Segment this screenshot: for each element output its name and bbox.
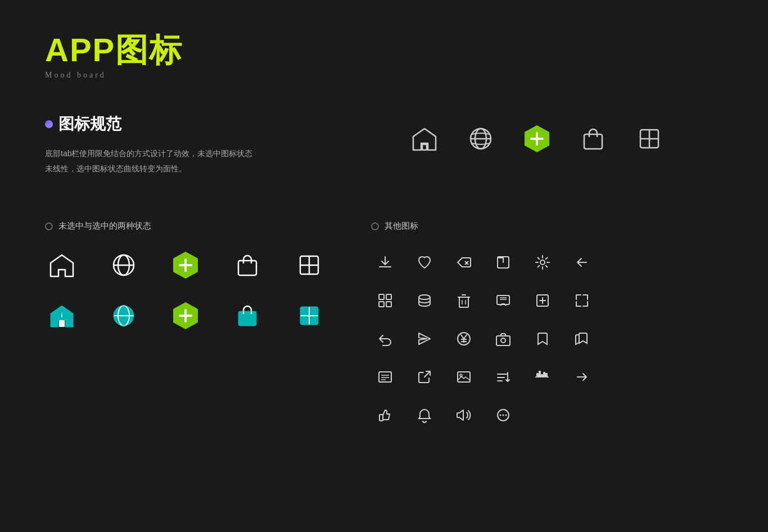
- selected-row: i: [45, 299, 371, 333]
- page-title: APP图标: [45, 34, 723, 66]
- chat-icon: [489, 287, 517, 315]
- svg-rect-46: [497, 295, 509, 304]
- svg-rect-58: [379, 372, 391, 382]
- sort-icon: [489, 363, 517, 391]
- add-hex-icon: [517, 119, 557, 158]
- svg-rect-39: [379, 302, 384, 307]
- globe-outline-icon: [461, 119, 500, 158]
- header-section: APP图标 Mood board: [45, 34, 723, 80]
- svg-text:i: i: [61, 312, 63, 319]
- grid-unselected: [292, 248, 326, 282]
- list-icon: [371, 363, 399, 391]
- section-title: 图标规范: [45, 113, 371, 135]
- top-icons-row: [405, 113, 723, 158]
- page-container: APP图标 Mood board 图标规范 底部tab栏使用限免结合的方式设计了…: [0, 0, 768, 463]
- main-section: 图标规范 底部tab栏使用限免结合的方式设计了动效，未选中图标状态 未线性，选中…: [45, 113, 723, 198]
- icon-state-rows: i: [45, 248, 371, 333]
- unselected-row: [45, 248, 371, 282]
- home-outline-icon: [405, 119, 444, 158]
- svg-point-57: [501, 338, 505, 343]
- volume-icon: [450, 401, 478, 429]
- left-content: 图标规范 底部tab栏使用限免结合的方式设计了动效，未选中图标状态 未线性，选中…: [45, 113, 371, 198]
- waveform-icon: [528, 363, 557, 391]
- section-title-text: 图标规范: [58, 113, 121, 135]
- grid-outline-icon: [630, 119, 669, 158]
- home-selected: i: [45, 299, 79, 333]
- bag-outline-icon: [573, 119, 613, 158]
- globe-unselected: [107, 248, 141, 282]
- bell-icon: [410, 401, 439, 429]
- expand-icon: [568, 287, 596, 315]
- title-app-text: APP: [45, 31, 115, 68]
- bookmarks-icon: [568, 325, 596, 353]
- svg-rect-0: [422, 144, 427, 150]
- other-title-text: 其他图标: [385, 221, 418, 231]
- grid-selected: [292, 299, 326, 333]
- backspace-icon: [450, 248, 478, 276]
- send-icon: [410, 325, 439, 353]
- bookmark-icon: [528, 325, 557, 353]
- download-icon: [371, 248, 399, 276]
- svg-rect-19: [59, 320, 65, 327]
- arrow-right-icon: [568, 363, 596, 391]
- svg-point-71: [505, 415, 507, 416]
- apps-icon: [371, 287, 399, 315]
- svg-point-41: [419, 295, 430, 299]
- svg-rect-62: [458, 372, 470, 382]
- add-hex-selected: [169, 299, 202, 333]
- image-icon: [450, 363, 478, 391]
- svg-rect-40: [386, 302, 391, 307]
- reply-icon: [371, 325, 399, 353]
- add-box-icon: [528, 287, 557, 315]
- other-icons-grid: [371, 248, 723, 429]
- svg-rect-56: [496, 336, 510, 345]
- yen-icon: [450, 325, 478, 353]
- bag-unselected: [231, 248, 264, 282]
- arrow-left-icon: [568, 248, 596, 276]
- svg-point-69: [500, 415, 502, 416]
- svg-rect-27: [238, 311, 256, 326]
- state-section-title: 未选中与选中的两种状态: [45, 221, 371, 231]
- svg-rect-6: [584, 134, 602, 149]
- svg-point-36: [540, 260, 545, 265]
- other-dot-icon: [371, 222, 379, 230]
- external-link-icon: [410, 363, 439, 391]
- settings-icon: [528, 248, 557, 276]
- home-unselected: [45, 248, 79, 282]
- sub-sections: 未选中与选中的两种状态: [45, 221, 723, 429]
- other-section-title: 其他图标: [371, 221, 723, 231]
- svg-rect-37: [379, 294, 384, 299]
- state-title-text: 未选中与选中的两种状态: [58, 221, 151, 231]
- description-text: 底部tab栏使用限免结合的方式设计了动效，未选中图标状态 未线性，选中图标状态曲…: [45, 146, 371, 176]
- camera-icon: [489, 325, 517, 353]
- bag-selected: [231, 299, 264, 333]
- thumbup-icon: [371, 401, 399, 429]
- state-dot-icon: [45, 222, 53, 230]
- svg-rect-38: [386, 294, 391, 299]
- globe-selected: [107, 299, 141, 333]
- corner-icon: [489, 248, 517, 276]
- subtitle-text: Mood board: [45, 71, 723, 80]
- section-dot-icon: [45, 120, 53, 128]
- more-icon: [489, 401, 517, 429]
- trash-icon: [450, 287, 478, 315]
- state-section: 未选中与选中的两种状态: [45, 221, 371, 429]
- svg-rect-15: [238, 261, 256, 275]
- heart-icon: [410, 248, 439, 276]
- svg-point-70: [503, 415, 504, 416]
- database-icon: [410, 287, 439, 315]
- add-hex-unselected: [169, 248, 202, 282]
- title-icon-text: 图标: [115, 31, 183, 68]
- svg-rect-67: [380, 415, 383, 421]
- other-icons-section: 其他图标: [371, 221, 723, 429]
- svg-rect-42: [459, 297, 468, 307]
